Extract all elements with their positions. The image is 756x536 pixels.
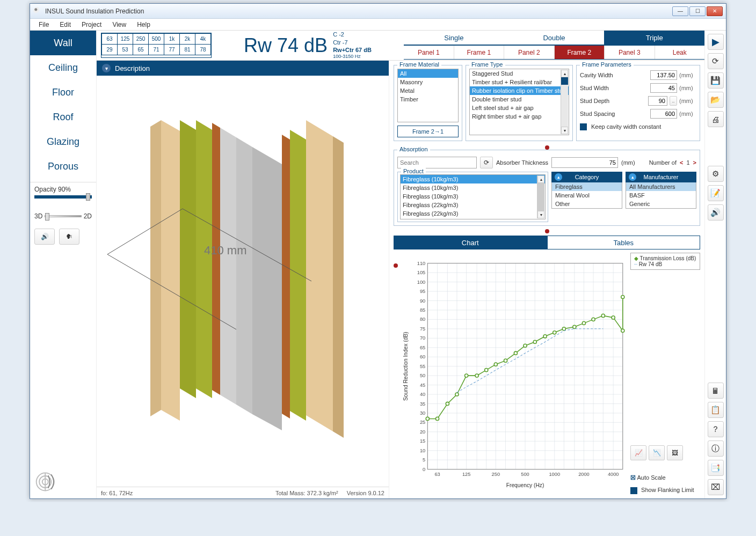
viewmode-slider[interactable]: 3D 2D <box>30 209 96 223</box>
settings-icon[interactable]: ⚙ <box>708 166 724 182</box>
category-header[interactable]: ▴Category <box>551 172 622 182</box>
num-decrease[interactable]: < <box>680 159 683 166</box>
svg-text:25: 25 <box>420 420 425 425</box>
right-toolbar: ▶ ⟳ 💾 📂 🖨 ⚙ 📝 🔊 🖩 📋 ？ ⓘ 📑 ⌧ <box>704 31 726 498</box>
chart-tool-1[interactable]: 📈 <box>630 445 646 460</box>
menu-help[interactable]: Help <box>132 20 156 30</box>
svg-point-114 <box>621 295 624 298</box>
open-icon[interactable]: 📂 <box>708 92 724 108</box>
menu-view[interactable]: View <box>107 20 132 30</box>
svg-text:100: 100 <box>417 280 425 285</box>
save-icon[interactable]: 💾 <box>708 72 724 89</box>
opacity-label: Opacity 90% <box>34 186 92 193</box>
opacity-slider[interactable]: Opacity 90% <box>30 182 96 202</box>
subtab-panel3[interactable]: Panel 3 <box>604 46 655 59</box>
cavity-width-input[interactable] <box>650 70 677 80</box>
splitter-dot-2[interactable] <box>545 229 549 233</box>
frame-material-list[interactable]: All Masonry Metal Timber <box>397 69 459 122</box>
splitter-dot[interactable] <box>545 145 549 150</box>
sidebar-wall[interactable]: Wall <box>30 31 96 55</box>
print-icon[interactable]: 🖨 <box>708 111 724 127</box>
svg-marker-12 <box>180 120 196 398</box>
subtab-frame1[interactable]: Frame 1 <box>454 46 504 59</box>
svg-text:45: 45 <box>420 383 425 388</box>
svg-point-109 <box>582 321 585 325</box>
chart-tool-2[interactable]: 📉 <box>649 445 665 460</box>
tab-double[interactable]: Double <box>504 31 605 46</box>
svg-point-98 <box>475 374 478 377</box>
product-list[interactable]: Fibreglass (10kg/m3) Fibreglass (10kg/m3… <box>400 174 546 219</box>
stud-spacing-input[interactable] <box>650 109 677 119</box>
svg-text:65: 65 <box>420 345 425 350</box>
sidebar-porous[interactable]: Porous <box>30 154 96 179</box>
copy-icon[interactable]: 📑 <box>708 460 724 476</box>
svg-point-99 <box>485 369 488 372</box>
maximize-button[interactable]: ☐ <box>689 6 706 16</box>
speaker-icon[interactable]: 🔊 <box>34 229 55 245</box>
svg-point-106 <box>553 331 556 334</box>
auto-scale-checkbox[interactable]: Auto Scale <box>637 474 665 481</box>
logo-icon <box>30 469 96 498</box>
chart-tool-3[interactable]: 🖼 <box>667 445 683 460</box>
chart-tab[interactable]: Chart <box>394 236 547 249</box>
audio-icon[interactable]: 🔊 <box>708 204 724 221</box>
svg-marker-11 <box>196 120 212 398</box>
close-button[interactable]: ✕ <box>707 6 723 16</box>
list-icon[interactable]: 📋 <box>708 402 724 418</box>
svg-text:60: 60 <box>420 354 425 359</box>
stud-width-input[interactable] <box>650 83 677 93</box>
svg-marker-14 <box>150 120 161 416</box>
viz-3d[interactable]: ▾ Description <box>97 61 389 498</box>
splitter-dot-3[interactable] <box>394 263 398 268</box>
menu-edit[interactable]: Edit <box>54 20 76 30</box>
absorp-search-input[interactable] <box>397 157 477 168</box>
menu-file[interactable]: File <box>33 20 54 30</box>
absorber-thickness-input[interactable] <box>551 157 618 168</box>
calc-icon[interactable]: 🖩 <box>708 383 724 399</box>
sidebar-glazing[interactable]: Glazing <box>30 129 96 154</box>
refresh-icon[interactable]: ⟳ <box>480 157 493 168</box>
keep-cavity-checkbox[interactable] <box>580 123 587 130</box>
frame-copy-button[interactable]: Frame 2→1 <box>397 126 459 137</box>
subtab-leak[interactable]: Leak <box>655 46 705 59</box>
svg-text:15: 15 <box>420 438 425 444</box>
app-window: INSUL Sound Insulation Prediction — ☐ ✕ … <box>30 3 726 499</box>
info-icon[interactable]: ⓘ <box>708 440 724 457</box>
sidebar-floor[interactable]: Floor <box>30 80 96 105</box>
subtab-frame2[interactable]: Frame 2 <box>554 46 605 59</box>
tables-tab[interactable]: Tables <box>547 236 701 249</box>
tab-triple[interactable]: Triple <box>604 31 704 46</box>
num-increase[interactable]: > <box>693 159 696 166</box>
subtab-panel2[interactable]: Panel 2 <box>504 46 554 59</box>
svg-marker-10 <box>212 123 220 395</box>
description-header[interactable]: ▾ Description <box>97 61 389 76</box>
flanking-checkbox[interactable] <box>630 487 637 494</box>
sidebar-roof[interactable]: Roof <box>30 105 96 129</box>
svg-point-100 <box>494 363 497 366</box>
stud-depth-more[interactable]: .. <box>670 96 677 106</box>
svg-point-94 <box>435 417 439 420</box>
help-icon[interactable]: ？ <box>708 421 724 437</box>
tab-single[interactable]: Single <box>404 31 504 46</box>
stud-depth-input[interactable] <box>648 96 667 106</box>
svg-marker-3 <box>306 120 333 431</box>
sidebar-ceiling[interactable]: Ceiling <box>30 55 96 80</box>
menu-project[interactable]: Project <box>76 20 107 30</box>
minimize-button[interactable]: — <box>672 6 688 16</box>
refresh-all-icon[interactable]: ⟳ <box>708 53 724 69</box>
clear-icon[interactable]: ⌧ <box>708 479 724 495</box>
play-icon[interactable]: ▶ <box>708 34 724 50</box>
svg-text:30: 30 <box>420 410 425 416</box>
viewmode-3d-label: 3D <box>34 212 42 220</box>
svg-marker-7 <box>252 147 282 430</box>
svg-point-97 <box>465 374 468 377</box>
frame-type-list[interactable]: Staggered Stud Timber stud + Resilient r… <box>469 69 569 135</box>
svg-text:Frequency (Hz): Frequency (Hz) <box>506 482 544 488</box>
manufacturer-header[interactable]: ▴Manufacturer <box>626 172 696 182</box>
tl-chart: 0510152025303540455055606570758085909510… <box>401 253 627 494</box>
edit-panel-icon[interactable]: 📝 <box>708 185 724 201</box>
subtab-panel1[interactable]: Panel 1 <box>404 46 454 59</box>
listener-icon[interactable]: 🗣 <box>59 229 79 245</box>
freq-table: 631252505001k2k4k 29536571778178 <box>101 33 212 58</box>
svg-text:50: 50 <box>420 373 425 378</box>
